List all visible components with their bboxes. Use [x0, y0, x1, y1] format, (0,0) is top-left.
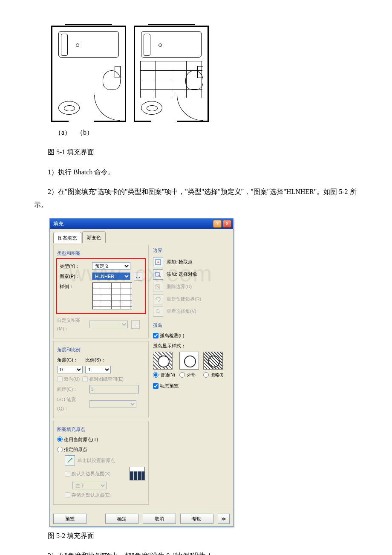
figure-a-b-labels: （a） （b）	[34, 126, 358, 139]
dialog-tabs: 图案填充 渐变色	[53, 231, 230, 243]
island-outer-option[interactable]: 外部	[179, 352, 199, 379]
help-window-button[interactable]: ?	[213, 220, 222, 228]
caption-5-1: 图 5-1 填充界面	[34, 146, 358, 159]
type-select[interactable]: 预定义	[92, 262, 130, 270]
group-angle-title: 角度和比例	[57, 345, 145, 354]
origin-specified-input[interactable]	[57, 447, 63, 452]
figure-5-1-images	[51, 26, 358, 122]
add-pickpoint-button[interactable]	[153, 257, 163, 267]
tab-hatch[interactable]: 图案填充	[53, 232, 81, 243]
dialog-titlebar: 填充 ? ×	[50, 219, 233, 229]
store-origin-checkbox: 存储为默认原点(E)	[65, 491, 111, 500]
origin-specified-radio[interactable]: 指定的原点	[57, 445, 87, 454]
type-label: 类型(Y)：	[60, 262, 89, 271]
island-style-label: 孤岛显示样式：	[153, 341, 230, 350]
ok-button[interactable]: 确定	[105, 514, 138, 524]
island-title: 孤岛	[153, 321, 230, 330]
island-detect-checkbox[interactable]: 孤岛检测(L)	[153, 331, 184, 340]
recreate-boundary-button	[153, 294, 163, 304]
custom-browse-button: …	[131, 320, 140, 329]
scale-label: 比例(S)：	[85, 356, 111, 364]
svg-point-4	[156, 309, 159, 313]
recreate-boundary-label: 重新创建边界(R)	[167, 295, 201, 304]
spacing-input	[89, 385, 139, 393]
spacing-label: 间距(C)：	[57, 385, 87, 394]
label-b: （b）	[76, 129, 93, 136]
island-ignore-radio[interactable]	[203, 372, 209, 378]
island-normal-radio[interactable]	[153, 372, 159, 378]
pattern-sample-swatch[interactable]	[92, 282, 132, 309]
step-3: 3）在"角度和比例"项中，把"角度"设为 0 ,"比例"设为 1。	[34, 549, 358, 555]
dialog-button-row: 预览 确定 取消 帮助 ≫	[50, 511, 233, 526]
sample-label: 样例：	[60, 282, 89, 291]
custom-pattern-label: 自定义图案(M)：	[57, 316, 87, 334]
step-2: 2）在"图案填充"选项卡的"类型和图案"项中，"类型"选择"预定义"，"图案"选…	[34, 185, 358, 211]
hatch-dialog: 填充 ? × 图案填充 渐变色 类型和图案 类型(Y)：	[49, 218, 233, 527]
island-detect-input[interactable]	[153, 333, 159, 338]
group-origin-title: 图案填充原点	[57, 425, 145, 434]
pattern-select[interactable]: HLNHER	[92, 272, 130, 280]
right-column: 边界 添加: 拾取点 添加: 选择对象	[153, 245, 230, 507]
origin-swatch-icon	[130, 467, 145, 480]
default-extent-checkbox: 默认为边界范围(X)	[65, 469, 111, 478]
help-button[interactable]: 帮助	[180, 514, 213, 524]
angle-label: 角度(G)：	[57, 356, 83, 364]
origin-pos-select: 左下	[72, 482, 107, 489]
pattern-label: 图案(P)：	[60, 272, 89, 281]
group-hatch-origin: 图案填充原点 使用当前原点(T) 指定的原点	[53, 421, 149, 505]
origin-current-input[interactable]	[57, 436, 63, 442]
angle-select[interactable]: 0	[57, 366, 83, 373]
caption-5-2: 图 5-2 填充界面	[34, 529, 358, 542]
remove-boundary-label: 删除边界(D)	[167, 282, 192, 291]
paperspace-check-input	[82, 376, 88, 382]
tab-gradient[interactable]: 渐变色	[82, 231, 106, 243]
more-options-button[interactable]: ≫	[218, 514, 230, 524]
set-origin-label: 单击以设置新原点	[78, 456, 115, 465]
scale-select[interactable]: 1	[85, 366, 111, 373]
double-check-input	[57, 376, 63, 382]
dialog-title: 填充	[53, 219, 63, 229]
group-angle-scale: 角度和比例 角度(G)： 比例(S)： 0 1	[53, 341, 149, 418]
close-window-button[interactable]: ×	[223, 220, 231, 228]
group-type-title: 类型和图案	[57, 249, 145, 258]
set-origin-icon-button[interactable]	[65, 455, 75, 465]
default-extent-input	[65, 471, 70, 477]
add-select-button[interactable]	[153, 269, 163, 280]
double-checkbox: 双向(U)	[57, 375, 80, 384]
island-style-options: 普通(N) 外部 忽略(I)	[153, 352, 230, 379]
label-a: （a）	[55, 129, 71, 136]
pattern-browse-button[interactable]: …	[134, 272, 142, 280]
origin-current-radio[interactable]: 使用当前原点(T)	[57, 435, 98, 444]
dynamic-preview-input[interactable]	[153, 383, 159, 389]
boundary-title: 边界	[153, 246, 230, 255]
dynamic-preview-checkbox[interactable]: 动态预览	[153, 382, 179, 390]
svg-point-1	[158, 261, 159, 263]
highlight-red-box: 类型(Y)： 预定义 图案(P)： HLNHER …	[56, 258, 146, 314]
iso-width-select	[89, 400, 136, 408]
custom-pattern-select	[89, 321, 128, 328]
iso-width-label: ISO 笔宽(Q)：	[57, 395, 87, 413]
preview-button[interactable]: 预览	[53, 514, 86, 524]
cancel-button[interactable]: 取消	[143, 514, 176, 524]
add-select-label: 添加: 选择对象	[167, 270, 197, 279]
island-ignore-option[interactable]: 忽略(I)	[203, 352, 223, 379]
add-pickpoint-label: 添加: 拾取点	[167, 257, 193, 266]
group-type-pattern: 类型和图案 类型(Y)： 预定义 图案(P)：	[53, 245, 149, 338]
island-outer-radio[interactable]	[179, 372, 185, 378]
floorplan-a	[51, 26, 126, 122]
paperspace-checkbox: 相对图纸空间(E)	[82, 375, 124, 384]
view-selection-button	[153, 306, 163, 317]
floorplan-b	[134, 26, 209, 122]
dialog-body: 图案填充 渐变色 类型和图案 类型(Y)： 预定义	[50, 229, 233, 511]
view-selection-label: 查看选择集(V)	[167, 307, 196, 316]
island-normal-option[interactable]: 普通(N)	[153, 352, 175, 379]
dialog-figure-wrap: www. cx.com 填充 ? × 图案填充 渐变色 类型和图案	[49, 218, 233, 527]
left-column: 类型和图案 类型(Y)： 预定义 图案(P)：	[53, 245, 149, 507]
step-1: 1）执行 Bhatch 命令。	[34, 166, 358, 179]
store-origin-input	[65, 492, 70, 498]
remove-boundary-button	[153, 282, 163, 292]
